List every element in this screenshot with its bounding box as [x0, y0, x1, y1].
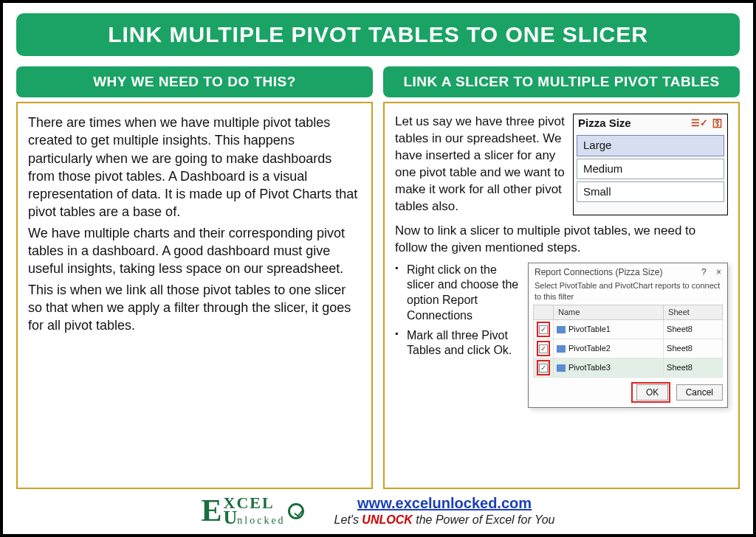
dialog-buttons: OK Cancel — [533, 382, 723, 403]
left-header: WHY WE NEED TO DO THIS? — [16, 66, 373, 97]
row-sheet: Sheet8 — [664, 320, 723, 339]
content-columns: WHY WE NEED TO DO THIS? There are times … — [16, 66, 740, 489]
keyhole-icon — [288, 503, 304, 519]
right-column: LINK A SLICER TO MULTIPLE PIVOT TABLES L… — [383, 66, 740, 489]
slogan-post: the Power of Excel for You — [413, 513, 555, 526]
row-name: PivotTable2 — [568, 344, 611, 353]
pivottable-icon — [557, 345, 566, 353]
row-name: PivotTable3 — [568, 363, 611, 372]
logo-letter-u: U — [224, 507, 238, 528]
table-row[interactable]: ✓ PivotTable3 Sheet8 — [534, 358, 723, 377]
slicer-panel[interactable]: Pizza Size ☰✓ ⚿ Large Medium Small — [573, 114, 728, 215]
slicer-item-large[interactable]: Large — [577, 135, 724, 156]
row-sheet: Sheet8 — [664, 358, 723, 377]
slicer-item-small[interactable]: Small — [577, 181, 724, 202]
site-url[interactable]: www.excelunlocked.com — [334, 495, 555, 512]
slicer-header: Pizza Size ☰✓ ⚿ — [574, 114, 727, 134]
dialog-title: Report Connections (Pizza Size) — [535, 266, 662, 278]
right-body: Let us say we have three pivot tables in… — [383, 102, 740, 489]
clear-filter-icon[interactable]: ⚿ — [712, 117, 723, 131]
step-1: Right click on the slicer and choose the… — [395, 263, 520, 324]
right-header: LINK A SLICER TO MULTIPLE PIVOT TABLES — [383, 66, 740, 97]
pivottable-icon — [557, 326, 566, 333]
left-column: WHY WE NEED TO DO THIS? There are times … — [16, 66, 373, 489]
logo-bottom-text: nlocked — [237, 515, 285, 526]
row-sheet: Sheet8 — [664, 339, 723, 358]
page-title: LINK MULTIPLE PIVOT TABLES TO ONE SLICER — [16, 13, 740, 56]
left-paragraph-3: This is when we link all those pivot tab… — [28, 281, 361, 335]
steps-row: Right click on the slicer and choose the… — [395, 263, 728, 408]
brand-logo: E XCEL Unlocked — [201, 496, 304, 526]
col-sheet: Sheet — [664, 305, 723, 320]
table-row[interactable]: ✓ PivotTable2 Sheet8 — [534, 339, 723, 358]
checkbox-icon[interactable]: ✓ — [539, 344, 548, 353]
right-intro-text: Let us say we have three pivot tables in… — [395, 114, 566, 215]
tagline: www.excelunlocked.com Let's UNLOCK the P… — [334, 495, 555, 527]
checkbox-icon[interactable]: ✓ — [539, 325, 548, 334]
right-mid-text: Now to link a slicer to multiple pivot t… — [395, 223, 728, 257]
step-2: Mark all three Pivot Tables and click Ok… — [395, 328, 520, 359]
slogan-pre: Let's — [334, 513, 362, 526]
left-paragraph-1: There are times when we have multiple pi… — [28, 114, 361, 221]
close-icon[interactable]: × — [716, 267, 721, 277]
ok-button[interactable]: OK — [636, 384, 668, 401]
checkbox-icon[interactable]: ✓ — [539, 364, 548, 373]
left-paragraph-2: We have multiple charts and their corres… — [28, 224, 361, 278]
dialog-titlebar: Report Connections (Pizza Size) ? × — [533, 266, 723, 280]
steps-list: Right click on the slicer and choose the… — [395, 263, 520, 408]
left-body: There are times when we have multiple pi… — [16, 102, 373, 489]
pivottable-icon — [557, 364, 566, 372]
slicer-item-medium[interactable]: Medium — [577, 159, 724, 179]
right-intro-row: Let us say we have three pivot tables in… — [395, 114, 728, 215]
col-name: Name — [554, 305, 664, 320]
cancel-button[interactable]: Cancel — [676, 384, 723, 401]
logo-letter-e: E — [201, 499, 221, 524]
row-name: PivotTable1 — [568, 325, 611, 333]
dialog-table: Name Sheet ✓ PivotTable1 Sheet8 ✓ PivotT… — [533, 305, 723, 377]
col-check — [534, 305, 554, 320]
help-icon[interactable]: ? — [701, 267, 707, 277]
table-row[interactable]: ✓ PivotTable1 Sheet8 — [534, 320, 723, 339]
dialog-subtitle: Select PivotTable and PivotChart reports… — [533, 280, 723, 305]
slicer-title: Pizza Size — [578, 116, 631, 131]
report-connections-dialog[interactable]: Report Connections (Pizza Size) ? × Sele… — [528, 263, 728, 408]
slogan-unlock: UNLOCK — [362, 513, 412, 526]
footer: E XCEL Unlocked www.excelunlocked.com Le… — [16, 489, 740, 527]
multiselect-icon[interactable]: ☰✓ — [691, 117, 708, 130]
slogan: Let's UNLOCK the Power of Excel for You — [334, 513, 555, 527]
